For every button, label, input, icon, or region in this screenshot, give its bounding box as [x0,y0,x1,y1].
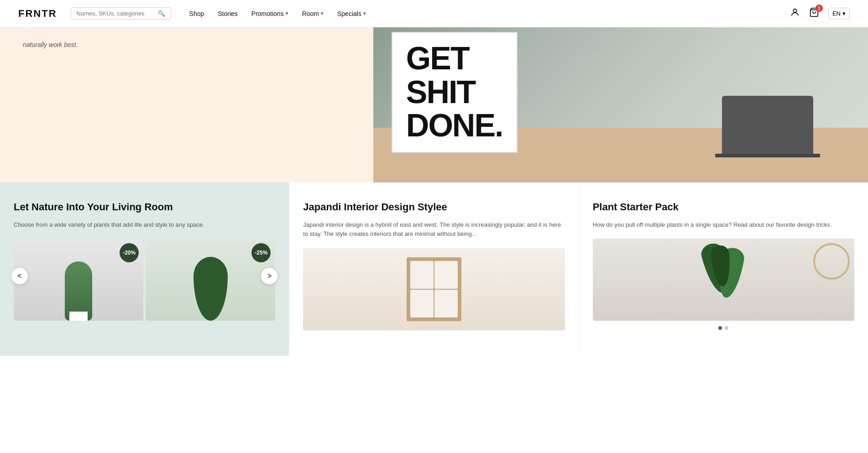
nav-specials[interactable]: Specials ▾ [337,10,366,17]
card-title-nature: Let Nature Into Your Living Room [14,201,275,214]
dot-1[interactable] [718,326,722,330]
card-title-japandi: Japandi Interior Design Stylee [303,201,565,214]
card-title-starter: Plant Starter Pack [593,201,854,214]
monstera-shape [192,252,229,321]
plant-image-1: -20% [14,239,143,321]
shelf-cell [434,290,458,318]
lang-label: EN [832,10,841,17]
cart-badge: 1 [816,5,823,12]
japandi-image [303,248,565,330]
big-plant-shape [703,243,744,316]
hero-left-text: naturally work best. [23,41,78,48]
plant-shape [65,261,92,321]
carousel-dots [718,326,728,330]
plant-pot [69,312,88,321]
card-japandi: Japandi Interior Design Stylee Japandi i… [289,182,579,356]
dot-2[interactable] [725,326,728,330]
site-logo[interactable]: FRNTR [18,8,57,20]
card-desc-japandi: Japandi interior design is a hybrid of e… [303,220,565,240]
plant-pack-images [593,239,854,321]
chevron-down-icon: ▾ [842,10,846,17]
chevron-down-icon: ▾ [321,10,324,16]
monstera-leaf [193,257,228,321]
main-content: naturally work best. GET SHIT DONE. [0,27,868,356]
plant-image-2: -25% [146,239,275,321]
card-desc-nature: Choose from a wide variety of plants tha… [14,220,275,230]
laptop-shape [722,96,813,155]
cart-icon[interactable]: 1 [809,7,819,20]
card-nature-living-room: Let Nature Into Your Living Room Choose … [0,182,289,356]
hero-left-panel: naturally work best. [0,27,373,182]
desk-scene: GET SHIT DONE. [373,27,868,182]
plant-images: -20% -25% < > [14,239,275,321]
hero-section: naturally work best. GET SHIT DONE. [0,27,868,182]
header-actions: 1 EN ▾ [790,7,850,20]
round-mirror [813,243,850,280]
search-input[interactable] [77,10,158,17]
shelf-body [407,257,461,321]
shelf-cell [410,290,434,318]
plant-pack-image [593,239,854,321]
main-nav: Shop Stories Promotions ▾ Room ▾ Special… [189,10,790,17]
shelf-unit [407,257,461,321]
nav-promotions[interactable]: Promotions ▾ [251,10,288,17]
card-plant-starter: Plant Starter Pack How do you pull off m… [579,182,868,356]
cards-section: Let Nature Into Your Living Room Choose … [0,182,868,356]
hero-image: GET SHIT DONE. [373,27,868,182]
nav-shop[interactable]: Shop [189,10,204,17]
search-bar[interactable]: 🔍 [71,7,171,20]
shelf-cell [410,261,434,289]
nav-stories[interactable]: Stories [218,10,238,17]
chevron-down-icon: ▾ [363,10,366,16]
nav-room[interactable]: Room ▾ [302,10,324,17]
search-icon: 🔍 [158,10,165,17]
laptop-base [715,154,820,157]
chevron-down-icon: ▾ [286,10,288,16]
shelf-cell [434,261,458,289]
hero-right-panel: GET SHIT DONE. [373,27,868,182]
site-header: FRNTR 🔍 Shop Stories Promotions ▾ Room ▾… [0,0,868,27]
card-desc-starter: How do you pull off multiple plants in a… [593,220,854,230]
poster: GET SHIT DONE. [392,32,518,153]
user-account-icon[interactable] [790,7,800,20]
svg-point-0 [793,9,796,12]
language-selector[interactable]: EN ▾ [828,8,850,19]
